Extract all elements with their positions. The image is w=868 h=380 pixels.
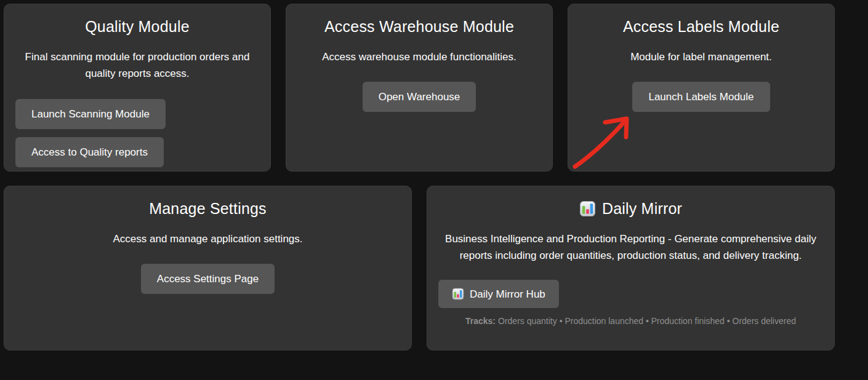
card-daily-mirror: Daily Mirror Business Intelligence and P… [427, 186, 835, 350]
daily-mirror-title-text: Daily Mirror [602, 200, 682, 218]
card-manage-settings: Manage Settings Access and manage applic… [4, 186, 412, 350]
bar-chart-icon [579, 200, 596, 217]
open-warehouse-button[interactable]: Open Warehouse [363, 82, 476, 112]
quality-module-description: Final scanning module for production ord… [15, 49, 259, 82]
bar-chart-icon [452, 288, 464, 300]
tracks-items: Orders quantity • Production launched • … [498, 316, 796, 326]
daily-mirror-description: Business Intelligence and Production Rep… [438, 231, 823, 264]
quality-module-actions: Launch Scanning Module Access to Quality… [15, 99, 259, 167]
manage-settings-title: Manage Settings [15, 200, 400, 218]
access-settings-page-button[interactable]: Access Settings Page [141, 264, 275, 294]
launch-labels-module-button[interactable]: Launch Labels Module [632, 82, 770, 112]
labels-module-description: Module for label management. [579, 49, 823, 65]
daily-mirror-hub-button[interactable]: Daily Mirror Hub [438, 280, 559, 308]
modules-dashboard: Quality Module Final scanning module for… [0, 0, 868, 354]
access-quality-reports-button[interactable]: Access to Quality reports [15, 137, 164, 167]
card-warehouse-module: Access Warehouse Module Access warehouse… [286, 4, 553, 172]
card-quality-module: Quality Module Final scanning module for… [4, 4, 271, 172]
daily-mirror-actions: Daily Mirror Hub [438, 280, 823, 308]
manage-settings-description: Access and manage application settings. [15, 231, 400, 247]
tracks-label: Tracks: [465, 316, 496, 326]
warehouse-module-description: Access warehouse module functionalities. [297, 49, 541, 65]
labels-module-actions: Launch Labels Module [579, 82, 823, 112]
daily-mirror-hub-button-label: Daily Mirror Hub [470, 289, 545, 299]
launch-scanning-module-button[interactable]: Launch Scanning Module [15, 99, 166, 129]
daily-mirror-title: Daily Mirror [438, 200, 823, 218]
warehouse-module-actions: Open Warehouse [297, 82, 541, 112]
quality-module-title: Quality Module [15, 18, 259, 36]
manage-settings-actions: Access Settings Page [15, 264, 400, 294]
card-labels-module: Access Labels Module Module for label ma… [568, 4, 835, 172]
daily-mirror-tracks: Tracks:Orders quantity • Production laun… [438, 316, 823, 326]
labels-module-title: Access Labels Module [579, 18, 823, 36]
warehouse-module-title: Access Warehouse Module [297, 18, 541, 36]
